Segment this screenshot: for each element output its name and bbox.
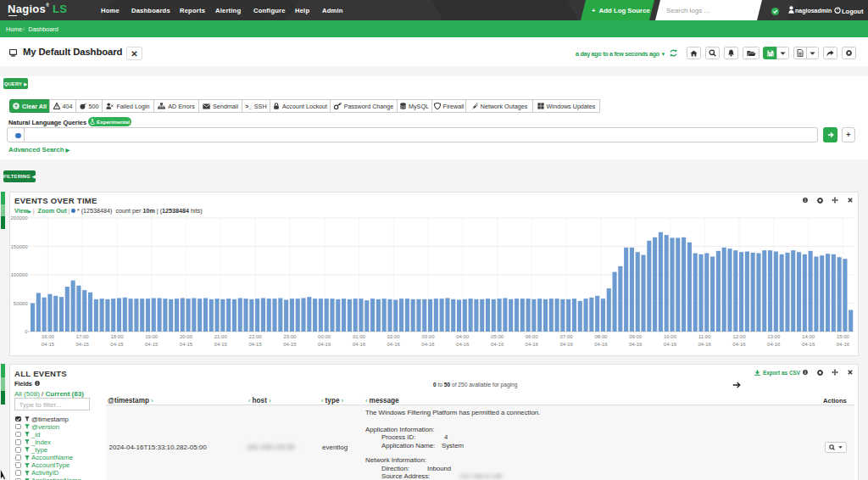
svg-text:04-15: 04-15	[214, 342, 228, 347]
svg-text:04-15: 04-15	[248, 342, 262, 347]
svg-text:11:00: 11:00	[698, 334, 711, 339]
svg-text:04-16: 04-16	[491, 342, 504, 347]
svg-text:0: 0	[25, 329, 28, 334]
svg-text:150000: 150000	[10, 244, 28, 249]
svg-text:04-16: 04-16	[387, 342, 401, 347]
svg-text:04-15: 04-15	[145, 342, 159, 347]
svg-text:06:00: 06:00	[526, 334, 539, 339]
svg-text:02:00: 02:00	[387, 334, 401, 339]
svg-text:16:00: 16:00	[42, 334, 55, 339]
svg-text:04-15: 04-15	[180, 342, 193, 347]
svg-text:04-16: 04-16	[837, 342, 850, 347]
svg-text:05:00: 05:00	[491, 334, 504, 339]
svg-text:09:00: 09:00	[629, 334, 643, 339]
svg-text:22:00: 22:00	[249, 334, 263, 339]
svg-text:23:00: 23:00	[283, 334, 297, 339]
svg-text:04-16: 04-16	[456, 342, 470, 347]
svg-text:21:00: 21:00	[214, 334, 228, 339]
svg-text:20:00: 20:00	[180, 334, 193, 339]
svg-text:17:00: 17:00	[76, 334, 90, 339]
svg-text:04-16: 04-16	[767, 342, 781, 347]
svg-text:12:00: 12:00	[732, 334, 746, 339]
svg-text:04-16: 04-16	[629, 342, 643, 347]
svg-text:04-16: 04-16	[732, 342, 746, 347]
svg-text:10:00: 10:00	[664, 334, 677, 339]
svg-text:50000: 50000	[14, 301, 28, 306]
svg-text:03:00: 03:00	[421, 334, 435, 339]
svg-text:100000: 100000	[10, 272, 28, 277]
svg-text:200000: 200000	[10, 215, 28, 220]
svg-text:08:00: 08:00	[594, 334, 608, 339]
svg-text:04-16: 04-16	[664, 342, 677, 347]
svg-text:04-16: 04-16	[421, 342, 435, 347]
svg-text:14:00: 14:00	[802, 334, 815, 339]
svg-text:01:00: 01:00	[353, 334, 366, 339]
svg-text:04-15: 04-15	[42, 342, 55, 347]
svg-text:04-16: 04-16	[318, 342, 331, 347]
svg-text:18:00: 18:00	[110, 334, 124, 339]
svg-text:04-15: 04-15	[76, 342, 90, 347]
svg-text:04-16: 04-16	[698, 342, 712, 347]
svg-text:04-16: 04-16	[353, 342, 366, 347]
svg-text:04-16: 04-16	[802, 342, 815, 347]
svg-text:04-15: 04-15	[110, 342, 124, 347]
svg-text:00:00: 00:00	[318, 334, 331, 339]
svg-text:07:00: 07:00	[560, 334, 574, 339]
svg-text:13:00: 13:00	[767, 334, 781, 339]
svg-text:04-16: 04-16	[526, 342, 539, 347]
svg-text:04-15: 04-15	[283, 342, 297, 347]
svg-text:04-16: 04-16	[594, 342, 608, 347]
svg-text:04:00: 04:00	[456, 334, 470, 339]
svg-text:15:00: 15:00	[837, 334, 850, 339]
svg-text:19:00: 19:00	[145, 334, 159, 339]
svg-text:04-16: 04-16	[559, 342, 573, 347]
